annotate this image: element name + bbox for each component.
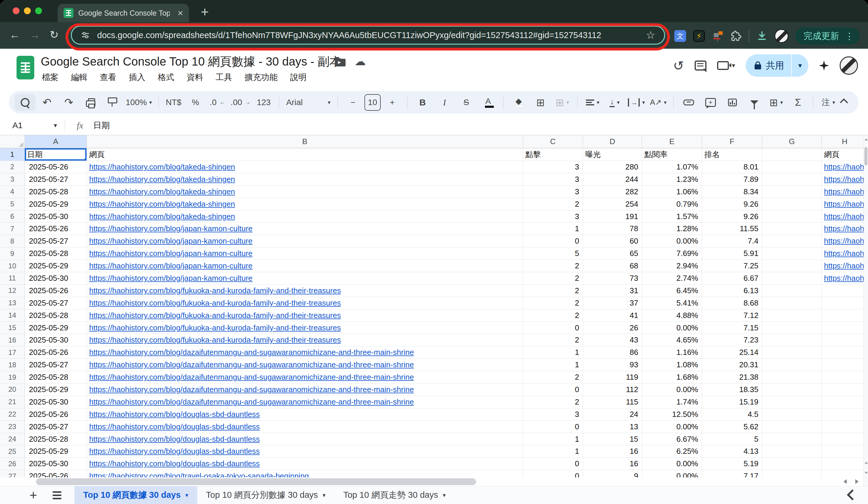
date-cell[interactable]: 2025-05-26 xyxy=(25,408,87,421)
scroll-up-icon[interactable] xyxy=(865,138,868,140)
empty-cell[interactable] xyxy=(822,285,868,297)
row-header-10[interactable]: 10 xyxy=(0,260,25,272)
menu-item[interactable]: 格式 xyxy=(153,70,179,85)
insert-comment-button[interactable]: + xyxy=(700,94,721,111)
empty-cell[interactable] xyxy=(762,408,822,421)
cell-G1[interactable] xyxy=(762,148,822,161)
comments-icon[interactable] xyxy=(695,61,706,71)
ctr-cell[interactable]: 6.25% xyxy=(642,445,702,458)
page-link[interactable]: https://haohistory.com/blog/dazaifutenma… xyxy=(87,396,523,408)
impressions-cell[interactable]: 119 xyxy=(583,371,642,384)
ctr-cell[interactable]: 2.74% xyxy=(642,272,702,285)
page-link[interactable]: https://haohistory.com/blog/takeda-shing… xyxy=(87,161,523,173)
page-link[interactable]: https://haohistory.com/blog/fukuoka-and-… xyxy=(87,309,523,322)
clicks-cell[interactable]: 3 xyxy=(523,408,583,421)
menu-item[interactable]: 檔案 xyxy=(37,70,63,85)
page-link[interactable]: https://haohistory.com/blog/japan-kamon-… xyxy=(87,223,523,235)
new-tab-button[interactable]: + xyxy=(201,4,209,20)
row-header-22[interactable]: 22 xyxy=(0,408,25,421)
menu-item[interactable]: 工具 xyxy=(211,70,237,85)
menu-item[interactable]: 擴充功能 xyxy=(240,70,282,85)
translate-extension-icon[interactable]: 文 xyxy=(674,30,686,42)
date-cell[interactable]: 2025-05-27 xyxy=(25,235,87,248)
impressions-cell[interactable]: 86 xyxy=(583,346,642,359)
impressions-cell[interactable]: 26 xyxy=(583,322,642,334)
row-header-2[interactable]: 2 xyxy=(0,161,25,173)
row-header-13[interactable]: 13 xyxy=(0,297,25,309)
column-header-E[interactable]: E xyxy=(642,135,702,148)
clicks-cell[interactable]: 3 xyxy=(523,211,583,223)
menu-item[interactable]: 查看 xyxy=(95,70,121,85)
chevron-down-icon[interactable]: ▾ xyxy=(443,492,446,499)
horizontal-scrollbar[interactable] xyxy=(0,477,868,486)
more-formats-button[interactable]: 123 xyxy=(254,94,274,111)
impressions-cell[interactable]: 41 xyxy=(583,309,642,322)
cell-D1[interactable]: 曝光 xyxy=(583,148,642,161)
position-cell[interactable]: 8.34 xyxy=(702,186,762,198)
impressions-cell[interactable]: 254 xyxy=(583,198,642,211)
ctr-cell[interactable]: 0.00% xyxy=(642,421,702,433)
row-header-1[interactable]: 1 xyxy=(0,148,25,161)
position-cell[interactable]: 5 xyxy=(702,433,762,445)
chrome-update-button[interactable]: 完成更新 ⋮ xyxy=(795,28,860,45)
empty-cell[interactable] xyxy=(822,470,868,477)
position-cell[interactable]: 7.15 xyxy=(702,322,762,334)
date-cell[interactable]: 2025-05-28 xyxy=(25,186,87,198)
date-cell[interactable]: 2025-05-26 xyxy=(25,346,87,359)
extensions-puzzle-icon[interactable] xyxy=(731,31,742,41)
empty-cell[interactable] xyxy=(822,309,868,322)
empty-cell[interactable] xyxy=(822,384,868,396)
chevron-down-icon[interactable]: ▾ xyxy=(322,492,326,499)
position-cell[interactable]: 8.01 xyxy=(702,161,762,173)
ctr-cell[interactable]: 1.74% xyxy=(642,396,702,408)
page-link[interactable]: https://haohistory.com/blog/dazaifutenma… xyxy=(87,384,523,396)
ctr-cell[interactable]: 12.50% xyxy=(642,408,702,421)
position-cell[interactable]: 5.62 xyxy=(702,421,762,433)
chevron-down-icon[interactable]: ▾ xyxy=(185,492,188,499)
position-cell[interactable]: 4.5 xyxy=(702,408,762,421)
decrease-decimal-button[interactable]: .0← xyxy=(207,94,228,111)
page-link[interactable]: https://haohistory.com/blog/japan-kamon-… xyxy=(87,260,523,272)
position-cell[interactable]: 5.19 xyxy=(702,458,762,470)
row-header-4[interactable]: 4 xyxy=(0,186,25,198)
row-header-26[interactable]: 26 xyxy=(0,458,25,470)
impressions-cell[interactable]: 280 xyxy=(583,161,642,173)
date-cell[interactable]: 2025-05-29 xyxy=(25,260,87,272)
move-to-folder-icon[interactable] xyxy=(335,59,345,66)
screenshot-extension-icon[interactable]: ⚡ xyxy=(693,30,705,42)
ctr-cell[interactable]: 0.00% xyxy=(642,470,702,477)
impressions-cell[interactable]: 13 xyxy=(583,421,642,433)
empty-cell[interactable] xyxy=(762,421,822,433)
text-color-button[interactable]: A xyxy=(478,94,498,111)
impressions-cell[interactable]: 15 xyxy=(583,433,642,445)
date-cell[interactable]: 2025-05-30 xyxy=(25,272,87,285)
date-cell[interactable]: 2025-05-26 xyxy=(25,285,87,297)
close-window-button[interactable] xyxy=(13,7,20,14)
position-cell[interactable]: 11.55 xyxy=(702,223,762,235)
date-cell[interactable]: 2025-05-30 xyxy=(25,396,87,408)
redo-button[interactable]: ↷ xyxy=(59,94,79,111)
empty-cell[interactable] xyxy=(762,346,822,359)
impressions-cell[interactable]: 115 xyxy=(583,396,642,408)
scroll-down-icon[interactable] xyxy=(865,472,868,474)
cell-F1[interactable]: 排名 xyxy=(702,148,762,161)
impressions-cell[interactable]: 282 xyxy=(583,186,642,198)
impressions-cell[interactable]: 65 xyxy=(583,248,642,260)
row-header-20[interactable]: 20 xyxy=(0,384,25,396)
position-cell[interactable]: 18.35 xyxy=(702,384,762,396)
clicks-cell[interactable]: 2 xyxy=(523,371,583,384)
empty-cell[interactable] xyxy=(762,359,822,371)
date-cell[interactable]: 2025-05-27 xyxy=(25,359,87,371)
impressions-cell[interactable]: 112 xyxy=(583,384,642,396)
empty-cell[interactable] xyxy=(822,334,868,346)
empty-cell[interactable] xyxy=(762,445,822,458)
increase-font-size-button[interactable]: + xyxy=(382,94,403,111)
share-button[interactable]: 共用 ▾ xyxy=(746,54,808,77)
vertical-scrollbar[interactable] xyxy=(864,135,868,486)
clicks-cell[interactable]: 2 xyxy=(523,396,583,408)
date-cell[interactable]: 2025-05-30 xyxy=(25,211,87,223)
name-box-dropdown-icon[interactable]: ▾ xyxy=(54,122,57,129)
version-history-icon[interactable]: ↺ xyxy=(673,58,684,73)
sheet-tab[interactable]: Top 10 網頁走勢 30 days▾ xyxy=(334,486,455,504)
impressions-cell[interactable]: 43 xyxy=(583,334,642,346)
